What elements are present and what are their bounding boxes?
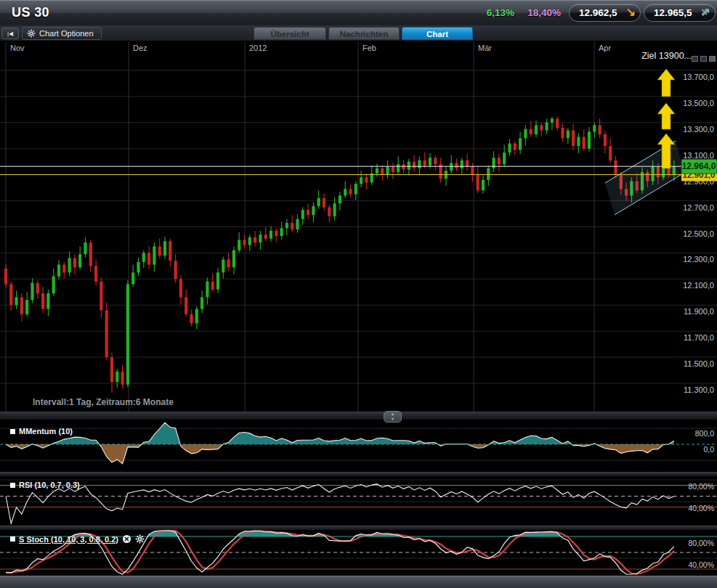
svg-text:40,00%: 40,00% [688,504,714,513]
rsi-swatch-icon [10,483,15,488]
sell-price-value: 12.962,5 [579,7,617,18]
rsi-legend: RSI (10, 0.7, 0.3) [10,481,80,489]
buy-price-value: 12.965,5 [654,7,692,18]
collapse-panel-button[interactable]: |◀ [1,28,19,39]
svg-text:11.900,0: 11.900,0 [684,307,714,316]
panel-divider [0,412,717,420]
svg-text:11.500,0: 11.500,0 [684,359,714,368]
rsi-label: RSI (10, 0.7, 0.3) [19,481,80,489]
momentum-label: MMentum (10) [19,427,73,436]
svg-text:Nov: Nov [10,44,25,52]
tab-bar: |◀ Chart Optionen Übersicht Nachrichten … [0,25,717,41]
svg-text:40,00%: 40,00% [688,560,714,569]
svg-text:2012: 2012 [249,44,267,52]
svg-text:13.700,0: 13.700,0 [683,73,714,81]
gear-icon [27,29,36,38]
tab-chart[interactable]: Chart [402,27,473,40]
svg-text:13.500,0: 13.500,0 [683,99,714,107]
svg-text:80,00%: 80,00% [688,539,714,547]
stochastic-swatch-icon [10,536,15,542]
chart-options-label: Chart Optionen [39,28,94,40]
tab-uebersicht[interactable]: Übersicht [254,27,326,40]
instrument-title: US 30 [12,5,49,20]
resize-up-icon: ▲ [384,412,401,417]
svg-text:12.500,0: 12.500,0 [683,229,714,238]
svg-text:Apr: Apr [599,44,611,52]
indicator-settings-gear-icon[interactable] [135,534,145,544]
target-label: Ziel 13900... [641,51,692,61]
svg-text:12.100,0: 12.100,0 [683,281,714,290]
remove-indicator-icon[interactable] [122,534,131,544]
svg-text:800,0: 800,0 [695,429,714,438]
title-bar: US 30 6,13% 18,40% 12.962,5 ↘ 12.965,5 ↗… [0,0,717,25]
momentum-panel[interactable]: 800,00,0 [0,420,717,472]
close-icon[interactable]: × [701,6,708,19]
svg-text:Mär: Mär [478,44,492,52]
channel-pattern-drawing[interactable] [605,141,684,215]
svg-text:13.300,0: 13.300,0 [683,125,714,134]
svg-text:12.700,0: 12.700,0 [683,203,714,212]
tab-nachrichten[interactable]: Nachrichten [328,27,400,40]
interval-label: Intervall:1 Tag, Zeitraum:6 Monate [33,397,174,407]
momentum-swatch-icon [10,429,15,434]
price-down-arrow-icon: ↘ [626,5,636,19]
svg-text:Feb: Feb [362,44,376,52]
momentum-legend: MMentum (10) [10,427,73,436]
rsi-panel[interactable]: 80,00%40,00% [0,476,717,526]
momentum-positive-area [6,422,674,463]
svg-text:13.100,0: 13.100,0 [683,151,714,160]
bottom-toolbar: + − ↻ ⊘ Zeitraum Chart Typ Indikatoren Z… [0,576,717,588]
main-price-chart[interactable]: NovDez2012FebMärApr11.300,011.500,011.70… [0,41,717,412]
svg-text:Dez: Dez [133,44,147,52]
sell-price-button[interactable]: 12.962,5 ↘ [569,4,641,22]
rsi-line [6,484,674,523]
svg-text:0,0: 0,0 [703,445,714,454]
stochastic-label[interactable]: S Stoch (10, 10, 3, 0.8, 0.2) [19,535,118,544]
change-percent-high: 18,40% [519,7,561,18]
svg-text:80,00%: 80,00% [688,482,714,491]
svg-text:12.300,0: 12.300,0 [683,255,714,264]
current-price-tag: 12.964,0 [681,159,717,173]
svg-text:11.300,0: 11.300,0 [684,385,714,394]
svg-text:12.964,0: 12.964,0 [682,161,716,171]
svg-text:11.700,0: 11.700,0 [684,333,714,342]
chart-options-button[interactable]: Chart Optionen [22,27,102,40]
stochastic-legend: S Stoch (10, 10, 3, 0.8, 0.2) [10,534,145,544]
change-percent-low: 6,13% [478,7,514,18]
rsi-overbought-area [6,484,674,523]
candles [4,116,676,393]
price-axis-labels: 11.300,011.500,011.700,011.900,012.100,0… [683,73,714,394]
chart-window: US 30 6,13% 18,40% 12.962,5 ↘ 12.965,5 ↗… [0,0,717,588]
